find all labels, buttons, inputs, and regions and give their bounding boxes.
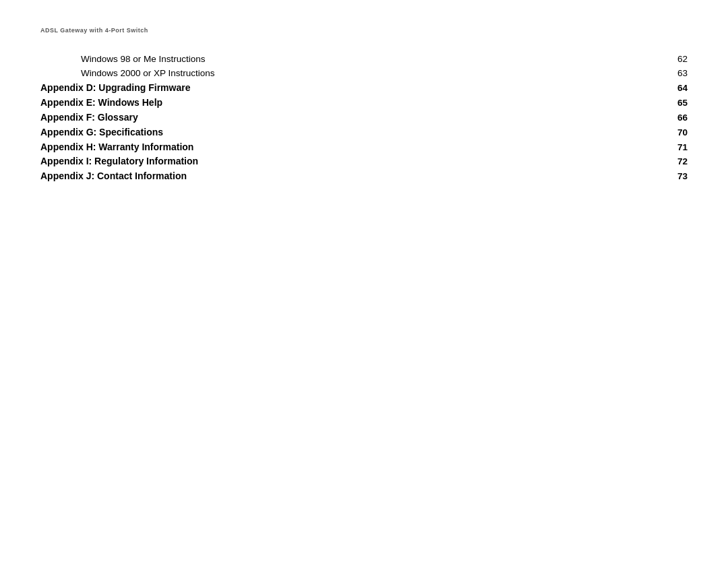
toc-page-appendixD: 64 xyxy=(667,82,688,96)
toc-title-appendixF: Appendix F: Glossary xyxy=(40,111,667,125)
toc-title-appendixI: Appendix I: Regulatory Information xyxy=(40,154,667,169)
toc-title-appendixD: Appendix D: Upgrading Firmware xyxy=(40,81,667,96)
toc-row-appendixI: Appendix I: Regulatory Information72 xyxy=(40,154,688,169)
toc-row-appendixD: Appendix D: Upgrading Firmware64 xyxy=(40,81,688,96)
toc-row-appendixF: Appendix F: Glossary66 xyxy=(40,111,688,125)
toc-title-appendixJ: Appendix J: Contact Information xyxy=(40,169,667,184)
toc-page-appendixF: 66 xyxy=(667,111,688,125)
toc-title-windows2000: Windows 2000 or XP Instructions xyxy=(40,67,667,81)
toc-page-appendixI: 72 xyxy=(667,155,688,169)
toc-row-appendixJ: Appendix J: Contact Information73 xyxy=(40,169,688,184)
toc-title-appendixG: Appendix G: Specifications xyxy=(40,125,667,140)
toc-page-windows2000: 63 xyxy=(667,67,688,81)
toc-row-windows98: Windows 98 or Me Instructions62 xyxy=(40,53,688,67)
toc-row-appendixG: Appendix G: Specifications70 xyxy=(40,125,688,140)
header-label: ADSL Gateway with 4-Port Switch xyxy=(40,27,688,34)
toc-page-windows98: 62 xyxy=(667,53,688,67)
toc-title-windows98: Windows 98 or Me Instructions xyxy=(40,53,667,67)
toc-row-appendixH: Appendix H: Warranty Information71 xyxy=(40,140,688,155)
toc-title-appendixE: Appendix E: Windows Help xyxy=(40,96,667,111)
toc-row-appendixE: Appendix E: Windows Help65 xyxy=(40,96,688,111)
toc-content: Windows 98 or Me Instructions62Windows 2… xyxy=(40,53,688,184)
toc-page-appendixE: 65 xyxy=(667,96,688,111)
toc-row-windows2000: Windows 2000 or XP Instructions63 xyxy=(40,67,688,81)
toc-page-appendixJ: 73 xyxy=(667,170,688,184)
toc-title-appendixH: Appendix H: Warranty Information xyxy=(40,140,667,155)
page-container: ADSL Gateway with 4-Port Switch Windows … xyxy=(0,0,728,562)
toc-page-appendixG: 70 xyxy=(667,126,688,140)
toc-page-appendixH: 71 xyxy=(667,141,688,155)
